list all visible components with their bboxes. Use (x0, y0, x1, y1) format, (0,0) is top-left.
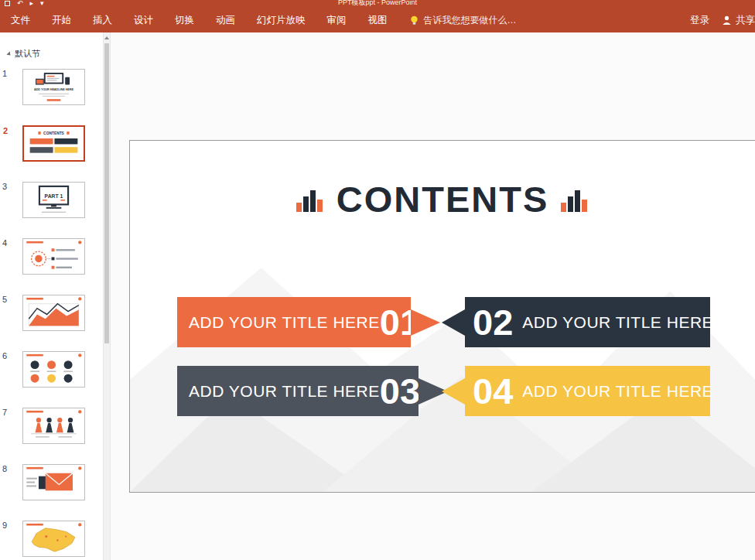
slide-thumbnail[interactable]: 4 (22, 238, 85, 275)
section-collapse-icon (6, 51, 12, 56)
slide-thumbnail-list: 1 ADD YOUR HEADLINE HERE 2 CONTENTS 3 PA… (0, 69, 103, 557)
tell-me-box[interactable]: 告诉我您想要做什么… (409, 14, 517, 27)
banner-tail-right (411, 309, 440, 336)
ribbon-tab-home[interactable]: 开始 (41, 8, 82, 32)
ribbon-right-group: 登录 共享 (682, 14, 755, 27)
ribbon-tab-design[interactable]: 设计 (123, 8, 164, 32)
slide-thumbnail[interactable]: 1 ADD YOUR HEADLINE HERE (22, 69, 85, 105)
ribbon-tab-transitions[interactable]: 切换 (164, 8, 205, 32)
powerpoint-window: ↶ ▸ ▾ PPT模板ppt - PowerPoint 文件 开始 插入 设计 … (0, 0, 755, 560)
svg-text:ADD YOUR HEADLINE HERE: ADD YOUR HEADLINE HERE (34, 88, 73, 91)
slide-thumbnail[interactable]: 2 CONTENTS (22, 125, 85, 162)
slide-thumbnail-preview (23, 521, 84, 556)
slide-thumbnail[interactable]: 9 (22, 521, 85, 557)
slide-thumbnail-preview (23, 239, 84, 274)
svg-text:PART 1: PART 1 (45, 193, 63, 199)
bar-chart-icon (561, 187, 589, 215)
section-label: 默认节 (15, 48, 40, 60)
title-bar: ↶ ▸ ▾ PPT模板ppt - PowerPoint (0, 0, 755, 8)
slide-number: 7 (2, 408, 13, 417)
slide-thumbnail[interactable]: 7 (22, 408, 85, 444)
tell-me-label: 告诉我您想要做什么… (424, 14, 517, 27)
svg-text:CONTENTS: CONTENTS (43, 131, 64, 135)
share-button[interactable]: 共享 (722, 14, 755, 27)
banner-01[interactable]: ADD YOUR TITLE HERE 01 (177, 297, 440, 347)
ribbon-tab-file[interactable]: 文件 (0, 8, 41, 32)
slide-number: 4 (2, 238, 13, 248)
banner-02[interactable]: 02 ADD YOUR TITLE HERE (442, 297, 710, 347)
ribbon-tab-review[interactable]: 审阅 (316, 8, 357, 32)
slide-number: 8 (2, 464, 13, 473)
person-icon (722, 15, 732, 25)
slide-thumbnail-panel: 默认节 1 ADD YOUR HEADLINE HERE 2 CONTENTS … (0, 32, 103, 560)
slide-thumbnail-preview: ADD YOUR HEADLINE HERE (23, 70, 84, 104)
slide-title[interactable]: CONTENTS (337, 181, 549, 217)
slide-thumbnail[interactable]: 5 (22, 295, 85, 331)
banner-number: 02 (473, 297, 513, 347)
ribbon-tab-insert[interactable]: 插入 (82, 8, 123, 32)
ribbon-tab-view[interactable]: 视图 (357, 8, 398, 32)
ribbon-tab-animations[interactable]: 动画 (205, 8, 246, 32)
banner-number: 03 (380, 366, 420, 416)
slide-canvas[interactable]: CONTENTS ADD YOUR TITLE HERE (129, 140, 755, 493)
banner-tail-left (442, 309, 465, 336)
sign-in-button[interactable]: 登录 (690, 14, 709, 27)
slide-thumbnail-preview: PART 1 (23, 183, 84, 217)
slide-thumbnail-preview: CONTENTS (24, 127, 84, 160)
bar-chart-icon (296, 187, 324, 215)
workspace: 默认节 1 ADD YOUR HEADLINE HERE 2 CONTENTS … (0, 32, 755, 560)
editor-area: CONTENTS ADD YOUR TITLE HERE (111, 32, 755, 560)
slide-thumbnail[interactable]: 8 (22, 464, 85, 500)
slide-thumbnail-preview (23, 408, 84, 443)
slide-thumbnail-preview (23, 465, 84, 500)
lightbulb-icon (409, 15, 419, 26)
slide-thumbnail[interactable]: 3 PART 1 (22, 182, 85, 218)
slide-thumbnail[interactable]: 6 (22, 351, 85, 388)
slide-number: 6 (2, 351, 13, 360)
panel-scrollbar (103, 32, 111, 560)
slide-number: 2 (3, 126, 14, 135)
ribbon-tab-slideshow[interactable]: 幻灯片放映 (246, 8, 316, 32)
section-header[interactable]: 默认节 (8, 48, 103, 60)
banner-number: 04 (473, 366, 513, 416)
banner-label: ADD YOUR TITLE HERE (189, 313, 380, 332)
slide-number: 1 (2, 69, 13, 78)
slide-number: 5 (2, 295, 13, 304)
scrollbar-thumb[interactable] (104, 43, 109, 343)
banner-04[interactable]: 04 ADD YOUR TITLE HERE (442, 366, 710, 416)
banner-label: ADD YOUR TITLE HERE (522, 313, 713, 332)
slide-title-row: CONTENTS (130, 181, 755, 217)
ribbon-tab-bar: 文件 开始 插入 设计 切换 动画 幻灯片放映 审阅 视图 告诉我您想要做什么…… (0, 8, 755, 32)
slide-number: 3 (2, 182, 13, 191)
document-title: PPT模板ppt - PowerPoint (0, 0, 755, 7)
banner-03[interactable]: ADD YOUR TITLE HERE 03 (177, 366, 448, 416)
slide-number: 9 (2, 521, 13, 530)
banner-label: ADD YOUR TITLE HERE (522, 382, 713, 401)
slide-thumbnail-preview (23, 352, 84, 387)
banner-label: ADD YOUR TITLE HERE (189, 382, 380, 401)
banner-tail-left (442, 378, 465, 405)
share-label: 共享 (736, 14, 755, 27)
slide-thumbnail-preview (23, 295, 84, 330)
scrollbar-up-arrow-icon[interactable] (104, 32, 110, 43)
